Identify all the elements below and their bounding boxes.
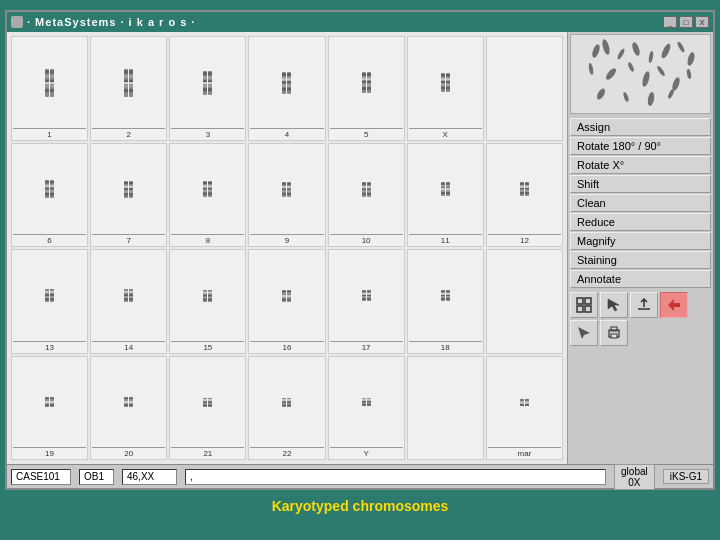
print-icon[interactable] xyxy=(600,320,628,346)
rotate180-button[interactable]: Rotate 180° / 90° xyxy=(570,137,711,155)
chromosome-cell-20[interactable]: 20 xyxy=(90,356,167,461)
shift-button[interactable]: Shift xyxy=(570,175,711,193)
svg-rect-370 xyxy=(585,298,591,304)
select-icon[interactable] xyxy=(570,320,598,346)
svg-rect-16 xyxy=(124,75,128,78)
svg-rect-139 xyxy=(287,186,291,188)
chromosome-cell-Y[interactable]: Y xyxy=(328,356,405,461)
svg-rect-349 xyxy=(525,401,529,403)
svg-rect-97 xyxy=(50,186,54,188)
svg-rect-334 xyxy=(367,404,371,406)
chromosome-label-22: 22 xyxy=(283,450,292,458)
chromosome-cell-14[interactable]: 14 xyxy=(90,249,167,354)
chromosome-cell-12[interactable]: 12 xyxy=(486,143,563,248)
chromosome-image-13 xyxy=(13,252,86,340)
svg-rect-160 xyxy=(441,188,445,190)
magnify-button[interactable]: Magnify xyxy=(570,232,711,250)
karyotype-field: 46,XX xyxy=(122,469,177,485)
svg-rect-166 xyxy=(446,192,450,194)
reduce-button[interactable]: Reduce xyxy=(570,213,711,231)
svg-rect-144 xyxy=(362,190,366,192)
svg-rect-76 xyxy=(441,79,445,81)
chromosome-cell-22[interactable]: 22 xyxy=(248,356,325,461)
grid-icon[interactable] xyxy=(570,292,598,318)
svg-rect-146 xyxy=(362,186,366,188)
chromosome-cell-7[interactable]: 7 xyxy=(90,143,167,248)
close-button[interactable]: X xyxy=(695,16,709,28)
svg-rect-13 xyxy=(50,82,54,84)
cursor-icon[interactable] xyxy=(600,292,628,318)
svg-rect-226 xyxy=(282,292,286,294)
title-bar-left: · MetaSystems · i k a r o s · xyxy=(11,16,195,28)
svg-rect-66 xyxy=(367,80,371,83)
global-label: global xyxy=(621,466,648,477)
svg-point-364 xyxy=(686,69,692,80)
svg-rect-29 xyxy=(203,72,207,75)
clean-button[interactable]: Clean xyxy=(570,194,711,212)
svg-rect-45 xyxy=(282,80,286,83)
svg-rect-39 xyxy=(208,84,212,87)
svg-rect-123 xyxy=(208,190,212,192)
chromosome-cell-3[interactable]: 3 xyxy=(169,36,246,141)
svg-rect-258 xyxy=(441,293,445,295)
chromosome-image-21 xyxy=(171,359,244,447)
svg-rect-34 xyxy=(203,82,207,84)
svg-rect-5 xyxy=(45,89,49,92)
minimize-button[interactable]: _ xyxy=(663,16,677,28)
chromosome-cell-18[interactable]: 18 xyxy=(407,249,484,354)
chromosome-cell-16[interactable]: 16 xyxy=(248,249,325,354)
svg-rect-43 xyxy=(282,73,286,76)
svg-rect-15 xyxy=(124,70,128,73)
svg-rect-348 xyxy=(525,404,529,406)
chromosome-cell-15[interactable]: 15 xyxy=(169,249,246,354)
svg-rect-169 xyxy=(520,183,524,185)
staining-button[interactable]: Staining xyxy=(570,251,711,269)
chromosome-cell-4[interactable]: 4 xyxy=(248,36,325,141)
chromosome-cell-21[interactable]: 21 xyxy=(169,356,246,461)
chromosome-cell-6[interactable]: 6 xyxy=(11,143,88,248)
svg-point-366 xyxy=(622,92,629,103)
svg-rect-299 xyxy=(203,404,207,406)
annotate-button[interactable]: Annotate xyxy=(570,270,711,288)
assign-button[interactable]: Assign xyxy=(570,118,711,136)
chromosome-cell-1[interactable]: 1 xyxy=(11,36,88,141)
svg-rect-233 xyxy=(287,292,291,294)
svg-rect-89 xyxy=(45,193,49,196)
chromosome-cell-5[interactable]: 5 xyxy=(328,36,405,141)
chromosome-cell-13[interactable]: 13 xyxy=(11,249,88,354)
svg-rect-208 xyxy=(129,299,133,301)
chromosome-image-9 xyxy=(250,146,323,234)
global-button[interactable]: global 0X xyxy=(614,464,655,490)
chromosome-label-8: 8 xyxy=(206,237,210,245)
svg-rect-25 xyxy=(129,84,133,87)
chromosome-label-mar: mar xyxy=(518,450,532,458)
chromosome-cell-8[interactable]: 8 xyxy=(169,143,246,248)
export-icon[interactable] xyxy=(630,292,658,318)
svg-rect-22 xyxy=(129,70,133,73)
svg-rect-314 xyxy=(282,399,286,401)
chromosome-cell-19[interactable]: 19 xyxy=(11,356,88,461)
chromosome-cell-17[interactable]: 17 xyxy=(328,249,405,354)
svg-rect-8 xyxy=(50,70,54,73)
svg-point-355 xyxy=(659,42,671,59)
right-panel: Assign Rotate 180° / 90° Rotate X° Shift… xyxy=(568,32,713,464)
chromosome-label-17: 17 xyxy=(362,344,371,352)
svg-rect-41 xyxy=(208,82,212,84)
chromosome-image-17 xyxy=(330,252,403,340)
rotatex-button[interactable]: Rotate X° xyxy=(570,156,711,174)
chromosome-cell-11[interactable]: 11 xyxy=(407,143,484,248)
svg-rect-186 xyxy=(45,296,49,298)
svg-rect-74 xyxy=(441,84,445,87)
svg-rect-187 xyxy=(45,299,49,301)
svg-rect-174 xyxy=(520,186,524,188)
chromosome-cell-mar[interactable]: mar xyxy=(486,356,563,461)
chromosome-cell-X[interactable]: X xyxy=(407,36,484,141)
chromosome-cell-9[interactable]: 9 xyxy=(248,143,325,248)
chromosome-cell-10[interactable]: 10 xyxy=(328,143,405,248)
arrow-icon[interactable] xyxy=(660,292,688,318)
iks-button[interactable]: iKS-G1 xyxy=(663,469,709,484)
chromosome-label-9: 9 xyxy=(285,237,289,245)
chromosome-cell-2[interactable]: 2 xyxy=(90,36,167,141)
maximize-button[interactable]: □ xyxy=(679,16,693,28)
svg-rect-50 xyxy=(287,73,291,76)
